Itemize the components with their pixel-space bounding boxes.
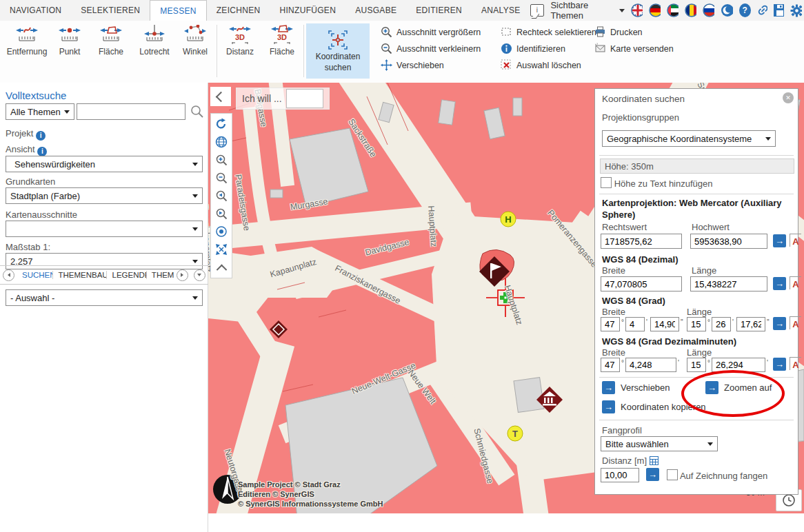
- ich-will-input[interactable]: [286, 89, 323, 108]
- zoom-out-extent-button[interactable]: Ausschnitt verkleinern: [381, 43, 481, 54]
- save-icon[interactable]: [774, 4, 784, 17]
- select-rectangle-button[interactable]: Rechteck selektieren: [501, 26, 596, 38]
- zoom-in-button[interactable]: [212, 152, 230, 168]
- tab-selektieren[interactable]: SELEKTIEREN: [71, 0, 150, 21]
- close-icon[interactable]: ✕: [783, 92, 794, 103]
- identify-button[interactable]: Identifizieren: [501, 43, 596, 54]
- measure-perpendicular-button[interactable]: Lotrecht: [135, 25, 174, 57]
- pan-button[interactable]: Verschieben: [381, 59, 481, 71]
- tab-navigation[interactable]: NAVIGATION: [0, 0, 71, 21]
- apply-decimal-button[interactable]: →: [773, 277, 786, 290]
- lon-decimal-input[interactable]: [690, 276, 767, 291]
- transformer-marker[interactable]: T: [507, 426, 523, 441]
- projection-group-select[interactable]: Geographische Koordinatensysteme: [602, 130, 776, 147]
- tabs-menu-icon[interactable]: [194, 269, 205, 281]
- measure-distance-button[interactable]: Entfernung: [6, 25, 48, 57]
- visible-themes-info-icon[interactable]: i: [530, 4, 545, 17]
- label-coordinate-button[interactable]: A: [790, 234, 801, 247]
- move-to-coordinate-button[interactable]: →Verschieben: [602, 381, 670, 394]
- help-icon[interactable]: ?: [739, 3, 751, 17]
- previous-extent-button[interactable]: [212, 187, 230, 204]
- apply-webmercator-button[interactable]: →: [773, 234, 786, 247]
- tab-themen-truncated[interactable]: THEM: [147, 271, 174, 279]
- send-map-button[interactable]: Karte versenden: [594, 43, 674, 54]
- easting-input[interactable]: [601, 234, 682, 249]
- clear-selection-button[interactable]: Auswahl löschen: [501, 59, 596, 71]
- zoom-out-button[interactable]: [212, 170, 230, 186]
- lat-decimal-input[interactable]: [601, 276, 682, 291]
- lon-dm-deg-input[interactable]: [687, 358, 706, 372]
- copy-coordinates-button[interactable]: →Koordinaten kopieren: [602, 400, 706, 413]
- apply-degree-button[interactable]: →: [773, 317, 786, 330]
- tabs-scroll-left-icon[interactable]: [3, 269, 14, 281]
- view-select[interactable]: Sehenswürdigkeiten: [6, 156, 203, 172]
- zoom-in-extent-button[interactable]: Ausschnitt vergrößern: [381, 26, 481, 38]
- crescent-icon[interactable]: [721, 3, 732, 17]
- search-icon[interactable]: [190, 105, 204, 119]
- height-checkbox[interactable]: [601, 177, 612, 188]
- lat-dm-min-input[interactable]: [625, 358, 676, 372]
- toolbar-collapse-button[interactable]: [212, 259, 230, 276]
- flag-uk-icon[interactable]: [631, 3, 643, 17]
- flag-uae-icon[interactable]: [667, 3, 679, 17]
- measure-point-button[interactable]: Punkt: [52, 25, 87, 57]
- distance-input[interactable]: [601, 468, 639, 482]
- apply-distance-button[interactable]: →: [646, 468, 659, 481]
- tab-hinzufuegen[interactable]: HINZUFÜGEN: [270, 0, 345, 21]
- measure-angle-button[interactable]: Winkel: [178, 25, 212, 57]
- measure-3d-area-button[interactable]: 3D Fläche: [265, 25, 299, 57]
- lon-dm-min-input[interactable]: [712, 358, 765, 372]
- lat-sec-input[interactable]: [650, 317, 679, 331]
- lat-min-input[interactable]: [625, 317, 645, 331]
- flag-russia-icon[interactable]: [703, 3, 714, 17]
- tab-themenbaum[interactable]: THEMENBAUM: [53, 271, 107, 279]
- tab-editieren[interactable]: EDITIEREN: [406, 0, 472, 21]
- project-info-icon[interactable]: i: [36, 131, 46, 141]
- coordinate-search-button[interactable]: Koordinaten suchen: [306, 23, 370, 79]
- height-checkbox-row: Höhe zu Text hinzufügen: [601, 177, 713, 189]
- tab-zeichnen[interactable]: ZEICHNEN: [207, 0, 270, 21]
- center-map-button[interactable]: [212, 223, 230, 240]
- chevron-down-icon[interactable]: [619, 9, 625, 12]
- tab-suchen[interactable]: SUCHEN: [17, 271, 53, 279]
- lon-sec-input[interactable]: [736, 317, 765, 331]
- measure-area-button[interactable]: Fläche: [94, 25, 128, 57]
- fulltext-search-input[interactable]: [77, 103, 185, 120]
- view-info-icon[interactable]: i: [37, 147, 47, 156]
- lon-deg-input[interactable]: [687, 317, 706, 331]
- zoom-to-coordinate-button[interactable]: →Zoomen auf: [705, 381, 772, 394]
- lat-dm-deg-input[interactable]: [601, 358, 620, 372]
- theme-select[interactable]: Alle Themen: [6, 103, 74, 120]
- tab-legende[interactable]: LEGENDE: [107, 271, 146, 279]
- full-extent-button[interactable]: [212, 241, 230, 258]
- label-coordinate-button[interactable]: A: [790, 316, 801, 329]
- print-button[interactable]: Drucken: [594, 26, 674, 38]
- label-coordinate-button[interactable]: A: [790, 357, 801, 370]
- link-icon[interactable]: [757, 4, 767, 17]
- flag-germany-icon[interactable]: [649, 3, 661, 17]
- tab-ausgabe[interactable]: AUSGABE: [345, 0, 406, 21]
- tab-analyse[interactable]: ANALYSE: [472, 0, 530, 21]
- label-coordinate-button[interactable]: A: [790, 276, 801, 289]
- lat-deg-input[interactable]: [601, 317, 620, 331]
- lon-min-input[interactable]: [712, 317, 731, 331]
- map-extent-select[interactable]: [6, 221, 203, 237]
- apply-dm-button[interactable]: →: [773, 358, 786, 371]
- snap-drawing-checkbox[interactable]: [667, 469, 678, 480]
- basemap-select[interactable]: Stadtplan (Farbe): [6, 187, 203, 204]
- measure-3d-distance-button[interactable]: 3D Distanz: [222, 25, 258, 57]
- flag-romania-icon[interactable]: [685, 3, 696, 17]
- selection-select[interactable]: - Auswahl -: [6, 289, 203, 306]
- hydrant-marker[interactable]: H: [501, 212, 516, 227]
- northing-input[interactable]: [690, 234, 767, 249]
- visible-themes-label[interactable]: Sichtbare Themen: [550, 0, 613, 21]
- tabs-scroll-right-icon[interactable]: [177, 269, 188, 281]
- snap-profile-select[interactable]: Bitte auswählen: [601, 436, 718, 451]
- settings-icon[interactable]: [790, 4, 801, 17]
- refresh-map-button[interactable]: [212, 116, 230, 132]
- next-extent-button[interactable]: [212, 205, 230, 222]
- tab-messen[interactable]: MESSEN: [150, 0, 206, 21]
- sidebar-collapse-button[interactable]: [210, 87, 231, 106]
- grid-icon[interactable]: [650, 456, 659, 465]
- globe-extent-button[interactable]: [212, 134, 230, 150]
